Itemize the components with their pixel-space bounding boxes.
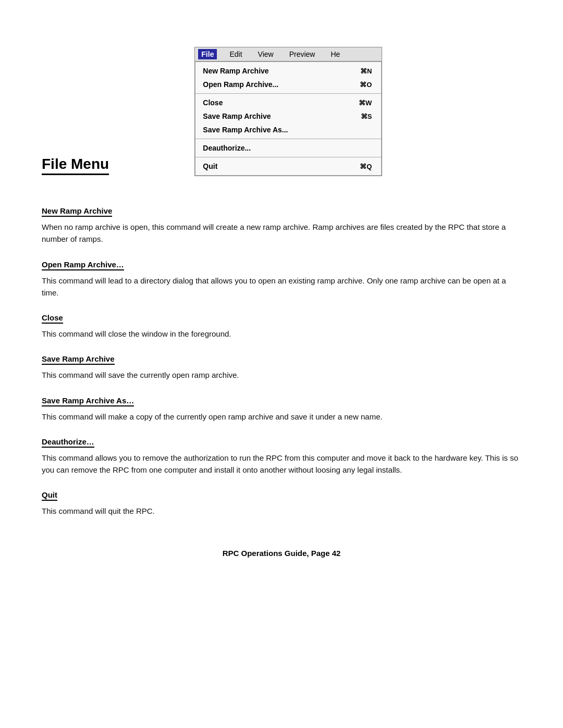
section-body-open-ramp-archive: This command will lead to a directory di… — [42, 275, 521, 299]
section-body-save-ramp-archive: This command will save the currently ope… — [42, 369, 521, 381]
menu-item-label: Save Ramp Archive As... — [203, 126, 288, 134]
menu-item-save-ramp-archive[interactable]: Save Ramp Archive ⌘S — [195, 109, 381, 123]
section-close: Close This command will close the window… — [42, 313, 521, 340]
menu-item-label: Open Ramp Archive... — [203, 80, 278, 89]
section-heading-open-ramp-archive: Open Ramp Archive… — [42, 260, 124, 270]
page-footer: RPC Operations Guide, Page 42 — [42, 549, 521, 558]
menu-item-deauthorize[interactable]: Deauthorize... — [195, 141, 381, 155]
menubar-preview[interactable]: Preview — [286, 49, 319, 59]
menu-item-label: New Ramp Archive — [203, 67, 268, 75]
menu-group-3: Deauthorize... — [195, 139, 381, 157]
section-save-ramp-archive-as: Save Ramp Archive As… This command will … — [42, 396, 521, 423]
menu-item-shortcut: ⌘S — [361, 113, 372, 120]
menu-item-label: Save Ramp Archive — [203, 112, 271, 120]
section-heading-save-ramp-archive: Save Ramp Archive — [42, 354, 115, 365]
menu-item-shortcut: ⌘O — [360, 81, 372, 89]
menu-group-1: New Ramp Archive ⌘N Open Ramp Archive...… — [195, 62, 381, 93]
menubar-file[interactable]: File — [198, 49, 217, 59]
menu-item-close[interactable]: Close ⌘W — [195, 96, 381, 109]
section-heading-close: Close — [42, 313, 63, 324]
section-body-quit: This command will quit the RPC. — [42, 505, 521, 517]
menu-bar: File Edit View Preview He — [195, 47, 382, 61]
section-deauthorize: Deauthorize… This command allows you to … — [42, 437, 521, 476]
menu-item-shortcut: ⌘N — [360, 67, 372, 75]
section-body-new-ramp-archive: When no ramp archive is open, this comma… — [42, 221, 521, 245]
section-body-close: This command will close the window in th… — [42, 328, 521, 340]
menu-item-quit[interactable]: Quit ⌘Q — [195, 159, 381, 173]
section-heading-quit: Quit — [42, 490, 57, 501]
menu-item-shortcut: ⌘Q — [360, 163, 372, 170]
section-quit: Quit This command will quit the RPC. — [42, 490, 521, 517]
section-open-ramp-archive: Open Ramp Archive… This command will lea… — [42, 260, 521, 299]
menubar-edit[interactable]: Edit — [226, 49, 245, 59]
section-heading-deauthorize: Deauthorize… — [42, 437, 94, 448]
menu-item-label: Quit — [203, 162, 217, 170]
section-body-save-ramp-archive-as: This command will make a copy of the cur… — [42, 411, 521, 423]
menu-item-label: Close — [203, 98, 223, 107]
menu-group-4: Quit ⌘Q — [195, 157, 381, 175]
menu-item-shortcut: ⌘W — [359, 99, 372, 107]
menu-screenshot: File Edit View Preview He New Ramp Archi… — [194, 47, 382, 176]
section-body-deauthorize: This command allows you to remove the au… — [42, 452, 521, 476]
menu-item-label: Deauthorize... — [203, 144, 251, 152]
section-new-ramp-archive: New Ramp Archive When no ramp archive is… — [42, 206, 521, 245]
section-save-ramp-archive: Save Ramp Archive This command will save… — [42, 354, 521, 381]
section-heading-save-ramp-archive-as: Save Ramp Archive As… — [42, 396, 134, 406]
menu-item-open-ramp-archive[interactable]: Open Ramp Archive... ⌘O — [195, 78, 381, 91]
menu-item-new-ramp-archive[interactable]: New Ramp Archive ⌘N — [195, 64, 381, 78]
section-heading-new-ramp-archive: New Ramp Archive — [42, 206, 112, 217]
file-menu-dropdown: New Ramp Archive ⌘N Open Ramp Archive...… — [195, 61, 382, 176]
menubar-help[interactable]: He — [327, 49, 343, 59]
page-title: File Menu — [42, 156, 109, 175]
menu-group-2: Close ⌘W Save Ramp Archive ⌘S Save Ramp … — [195, 93, 381, 139]
menubar-view[interactable]: View — [255, 49, 277, 59]
menu-item-save-ramp-archive-as[interactable]: Save Ramp Archive As... — [195, 123, 381, 137]
sections-container: New Ramp Archive When no ramp archive is… — [42, 206, 521, 517]
